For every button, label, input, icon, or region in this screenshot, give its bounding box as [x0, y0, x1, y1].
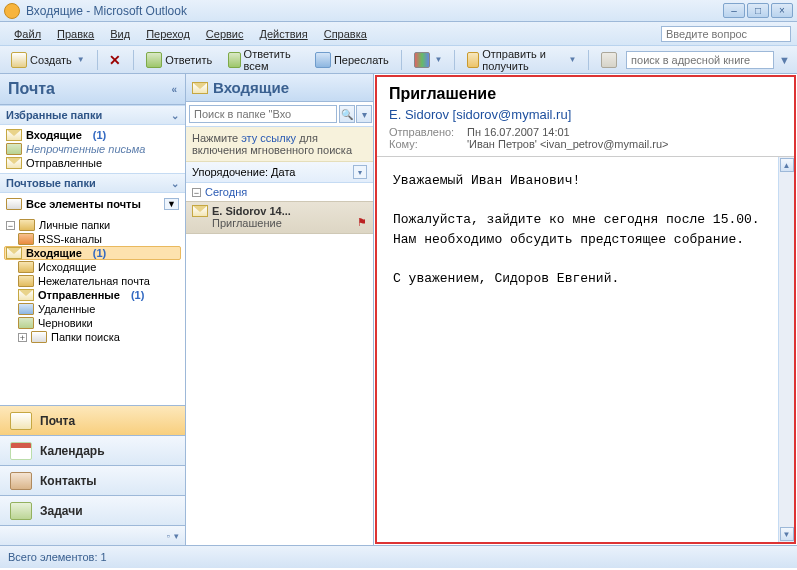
navigation-pane: Почта « Избранные папки⌄ Входящие (1) Не… — [0, 74, 186, 545]
title-bar: Входящие - Microsoft Outlook – □ × — [0, 0, 797, 22]
body-line: Уважаемый Иван Иванович! — [393, 171, 762, 191]
mail-icon — [6, 129, 22, 141]
reply-icon — [146, 52, 162, 68]
all-mail-items[interactable]: Все элементы почты▼ — [4, 197, 181, 211]
folder-search-input[interactable] — [189, 105, 337, 123]
status-bar: Всего элементов: 1 — [0, 545, 797, 568]
menu-edit[interactable]: Правка — [49, 26, 102, 42]
reply-button[interactable]: Ответить — [139, 49, 219, 71]
minimize-button[interactable]: – — [723, 3, 745, 18]
address-book-button[interactable] — [594, 49, 624, 71]
fav-inbox[interactable]: Входящие (1) — [4, 128, 181, 142]
calendar-icon — [10, 442, 32, 460]
close-button[interactable]: × — [771, 3, 793, 18]
reply-all-button[interactable]: Ответить всем — [221, 45, 306, 75]
chevron-icon: ⌄ — [171, 110, 179, 121]
mail-icon — [10, 412, 32, 430]
address-book-search[interactable] — [626, 51, 774, 69]
folder-drafts[interactable]: Черновики — [4, 316, 181, 330]
chevron-icon: ⌄ — [171, 178, 179, 189]
folder-icon — [18, 261, 34, 273]
mail-icon — [192, 82, 208, 94]
search-options-button[interactable]: ▾ — [356, 105, 372, 123]
forward-button[interactable]: Переслать — [308, 49, 396, 71]
flag-icon[interactable]: ⚑ — [357, 216, 367, 229]
mail-folders-header[interactable]: Почтовые папки⌄ — [0, 173, 185, 193]
mail-list-item[interactable]: E. Sidorov 14... Приглашение ⚑ — [186, 201, 373, 234]
message-from: E. Sidorov [sidorov@mymail.ru] — [389, 107, 782, 122]
menu-view[interactable]: Вид — [102, 26, 138, 42]
search-icon — [6, 198, 22, 210]
mail-icon — [18, 289, 34, 301]
collapse-icon[interactable]: − — [192, 188, 201, 197]
favorites-header[interactable]: Избранные папки⌄ — [0, 105, 185, 125]
sort-bar[interactable]: Упорядочение: Дата ▾ — [186, 162, 373, 183]
sort-dropdown[interactable]: ▾ — [353, 165, 367, 179]
menu-goto[interactable]: Переход — [138, 26, 198, 42]
app-icon — [4, 3, 20, 19]
search-folder-icon — [31, 331, 47, 343]
nav-header-title: Почта — [8, 80, 55, 98]
module-contacts[interactable]: Контакты — [0, 465, 185, 495]
collapse-icon[interactable]: − — [6, 221, 15, 230]
enable-search-link[interactable]: эту ссылку — [241, 132, 296, 144]
module-tasks[interactable]: Задачи — [0, 495, 185, 525]
folder-search[interactable]: +Папки поиска — [4, 330, 181, 344]
new-button[interactable]: Создать▼ — [4, 49, 92, 71]
window-title: Входящие - Microsoft Outlook — [26, 4, 723, 18]
folder-junk[interactable]: Нежелательная почта — [4, 274, 181, 288]
delete-button[interactable]: ✕ — [102, 49, 128, 71]
body-line: Нам необходимо обсудить предстоящее собр… — [393, 230, 762, 250]
new-icon — [11, 52, 27, 68]
search-folder-icon — [6, 143, 22, 155]
address-book-dropdown[interactable]: ▼ — [776, 54, 793, 66]
fav-sent[interactable]: Отправленные — [4, 156, 181, 170]
menu-actions[interactable]: Действия — [252, 26, 316, 42]
scroll-up-icon[interactable]: ▲ — [780, 158, 794, 172]
folder-personal[interactable]: −Личные папки — [4, 218, 181, 232]
categorize-icon — [414, 52, 430, 68]
scroll-down-icon[interactable]: ▼ — [780, 527, 794, 541]
nav-collapse-icon[interactable]: « — [171, 84, 177, 95]
list-header-title: Входящие — [213, 79, 289, 96]
module-more-strip[interactable]: ▫▾ — [0, 525, 185, 545]
shortcuts-icon[interactable]: ▫ — [167, 531, 170, 541]
message-subject: Приглашение — [389, 85, 782, 103]
main-toolbar: Создать▼ ✕ Ответить Ответить всем Пересл… — [0, 46, 797, 74]
menu-file[interactable]: Файл — [6, 26, 49, 42]
module-calendar[interactable]: Календарь — [0, 435, 185, 465]
search-button[interactable]: 🔍 — [339, 105, 355, 123]
categorize-button[interactable]: ▼ — [407, 49, 450, 71]
configure-buttons-icon[interactable]: ▾ — [174, 531, 179, 541]
dropdown-icon[interactable]: ▼ — [164, 198, 179, 210]
mail-icon — [6, 247, 22, 259]
menu-bar: Файл Правка Вид Переход Сервис Действия … — [0, 22, 797, 46]
menu-tools[interactable]: Сервис — [198, 26, 252, 42]
folder-inbox[interactable]: Входящие (1) — [4, 246, 181, 260]
sent-label: Отправлено: — [389, 126, 461, 138]
tasks-icon — [10, 502, 32, 520]
expand-icon[interactable]: + — [18, 333, 27, 342]
send-receive-button[interactable]: Отправить и получить▼ — [460, 45, 583, 75]
fav-unread[interactable]: Непрочтенные письма — [4, 142, 181, 156]
maximize-button[interactable]: □ — [747, 3, 769, 18]
group-today[interactable]: −Сегодня — [186, 183, 373, 201]
contacts-icon — [10, 472, 32, 490]
folder-deleted[interactable]: Удаленные — [4, 302, 181, 316]
list-empty-area — [186, 234, 373, 545]
reading-scrollbar[interactable]: ▲ ▼ — [778, 157, 794, 542]
message-list-pane: Входящие 🔍 ▾ Нажмите эту ссылку для вклю… — [186, 74, 374, 545]
folder-rss[interactable]: RSS-каналы — [4, 232, 181, 246]
module-mail[interactable]: Почта — [0, 405, 185, 435]
drafts-icon — [18, 317, 34, 329]
menu-help[interactable]: Справка — [316, 26, 375, 42]
folder-outbox[interactable]: Исходящие — [4, 260, 181, 274]
body-line: Пожалуйста, зайдите ко мне сегодня после… — [393, 210, 762, 230]
message-header: Приглашение E. Sidorov [sidorov@mymail.r… — [377, 77, 794, 157]
ask-question-input[interactable] — [661, 26, 791, 42]
delete-icon: ✕ — [109, 52, 121, 68]
list-header: Входящие — [186, 74, 373, 102]
mail-icon — [6, 157, 22, 169]
forward-icon — [315, 52, 331, 68]
folder-sent[interactable]: Отправленные (1) — [4, 288, 181, 302]
